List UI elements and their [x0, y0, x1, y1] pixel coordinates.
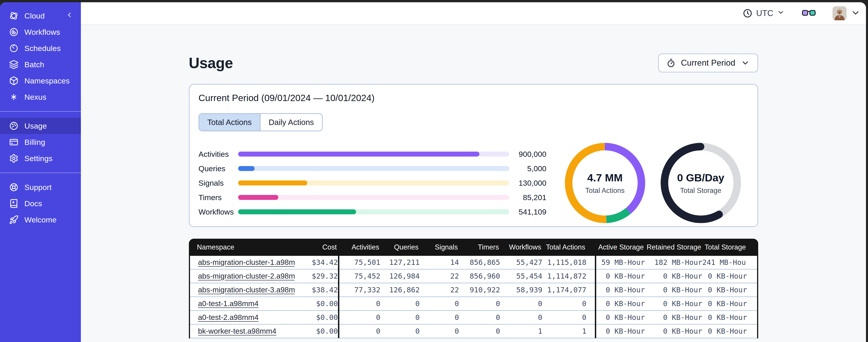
- column-header: Signals: [418, 243, 458, 251]
- namespace-cell: abs-migration-cluster-2.a98mm4: [190, 272, 294, 280]
- table-row: abs-migration-cluster-1.a98mm4$34.4275,5…: [190, 256, 757, 270]
- value-cell: 0: [339, 327, 380, 336]
- value-cell: 1: [500, 327, 542, 336]
- value-cell: 856,960: [459, 272, 500, 280]
- glasses-button[interactable]: [802, 8, 816, 18]
- bar-value: 541,109: [509, 208, 547, 216]
- namespace-link[interactable]: abs-migration-cluster-1.a98mm4: [198, 258, 294, 266]
- sidebar-item-namespaces[interactable]: Namespaces: [0, 73, 81, 89]
- tab-daily-actions[interactable]: Daily Actions: [260, 114, 322, 131]
- card-title: Current Period (09/01/2024 — 10/01/2024): [198, 93, 748, 103]
- sidebar-item-label: Support: [24, 183, 52, 192]
- sidebar: Cloud Workflows Schedules Batch: [0, 2, 81, 342]
- sidebar-item-settings[interactable]: Settings: [0, 150, 81, 167]
- column-header: Queries: [379, 243, 418, 251]
- value-cell: 0 KB-Hour: [703, 313, 747, 322]
- value-cell: 0: [420, 299, 459, 308]
- app-window: Cloud Workflows Schedules Batch: [0, 2, 866, 342]
- sidebar-item-billing[interactable]: Billing: [0, 134, 81, 150]
- value-cell: 0: [459, 327, 500, 336]
- sidebar-item-label: Schedules: [24, 44, 61, 53]
- sidebar-item-workflows[interactable]: Workflows: [0, 24, 81, 40]
- sidebar-header-cloud[interactable]: Cloud: [0, 8, 81, 24]
- bar-track: [238, 209, 509, 214]
- period-selector-button[interactable]: Current Period: [658, 54, 758, 72]
- value-cell: 59 MB-Hour: [596, 258, 645, 267]
- namespace-link[interactable]: a0-test-2.a98mm4: [198, 313, 259, 321]
- bar-value: 5,000: [509, 164, 547, 173]
- value-cell: 126,862: [380, 285, 420, 294]
- namespace-cell: abs-migration-cluster-3.a98mm4: [190, 285, 294, 294]
- current-period-card: Current Period (09/01/2024 — 10/01/2024)…: [189, 84, 758, 227]
- sidebar-item-nexus[interactable]: Nexus: [0, 89, 81, 105]
- value-cell: 0: [380, 299, 420, 308]
- sidebar-item-label: Welcome: [24, 215, 57, 224]
- namespace-link[interactable]: abs-migration-cluster-3.a98mm4: [198, 285, 294, 294]
- namespace-link[interactable]: bk-worker-test.a98mm4: [198, 327, 277, 335]
- sidebar-item-schedules[interactable]: Schedules: [0, 40, 81, 57]
- column-header: Namespace: [189, 243, 293, 251]
- value-cell: 0: [542, 313, 587, 322]
- workflows-icon: [9, 27, 19, 37]
- sidebar-item-welcome[interactable]: Welcome: [0, 212, 81, 228]
- value-cell: 1,115,018: [542, 258, 587, 267]
- sidebar-header-label: Cloud: [24, 11, 45, 20]
- bar-row-queries: Queries5,000: [198, 161, 547, 176]
- user-avatar[interactable]: [833, 6, 846, 20]
- value-cell: 0 KB-Hour: [645, 327, 703, 336]
- sidebar-divider: [0, 111, 81, 112]
- column-header: Activities: [338, 243, 379, 251]
- value-cell: 0: [459, 313, 500, 322]
- sidebar-item-docs[interactable]: Docs: [0, 195, 81, 212]
- value-cell: 0 KB-Hour: [703, 285, 747, 294]
- table-header: NamespaceCostActivitiesQueriesSignalsTim…: [189, 239, 758, 256]
- value-cell: 0: [339, 313, 380, 322]
- value-cell: 127,211: [380, 258, 420, 267]
- tab-total-actions[interactable]: Total Actions: [199, 114, 261, 131]
- value-cell: 0 KB-Hour: [596, 299, 645, 308]
- value-cell: 0 KB-Hour: [703, 272, 747, 280]
- column-header: Total Storage: [701, 243, 746, 251]
- bar-track: [238, 166, 509, 171]
- table-body: abs-migration-cluster-1.a98mm4$34.4275,5…: [189, 256, 758, 338]
- value-cell: $0.00: [294, 313, 338, 322]
- total-storage-donut: 0 GB/Day Total Storage: [660, 143, 741, 223]
- value-cell: 0: [380, 327, 420, 336]
- value-cell: 75,452: [339, 272, 380, 280]
- bar-label: Activities: [198, 150, 238, 159]
- page-title: Usage: [189, 55, 233, 71]
- value-cell: $29.32: [294, 272, 338, 280]
- sidebar-item-label: Settings: [24, 154, 53, 163]
- sidebar-item-label: Namespaces: [24, 76, 70, 85]
- clock-icon: [743, 8, 752, 18]
- namespace-link[interactable]: a0-test-1.a98mm4: [198, 299, 259, 308]
- value-cell: 0 KB-Hour: [596, 313, 645, 322]
- timezone-selector[interactable]: UTC: [743, 8, 785, 18]
- bar-track: [238, 180, 509, 185]
- bar-value: 130,000: [509, 179, 547, 187]
- sidebar-item-label: Workflows: [24, 28, 60, 37]
- table-row: abs-migration-cluster-3.a98mm4$38.4277,3…: [190, 283, 757, 297]
- total-actions-value: 4.7 MM: [587, 171, 623, 184]
- value-cell: 0 KB-Hour: [645, 272, 703, 280]
- namespaces-icon: [9, 76, 19, 86]
- sidebar-item-usage[interactable]: Usage: [0, 118, 81, 134]
- value-cell: 0 KB-Hour: [596, 272, 645, 280]
- value-cell: 0: [459, 299, 500, 308]
- sidebar-item-label: Docs: [24, 199, 42, 208]
- bar-value: 85,201: [509, 193, 547, 202]
- stopwatch-icon: [666, 59, 676, 67]
- sidebar-item-batch[interactable]: Batch: [0, 57, 81, 73]
- sidebar-collapse-button[interactable]: [65, 11, 73, 21]
- total-storage-label: Total Storage: [680, 186, 721, 195]
- user-menu-button[interactable]: [850, 8, 861, 19]
- lifebuoy-icon: [9, 182, 19, 192]
- chevron-left-icon: [65, 11, 73, 19]
- value-cell: 58,939: [500, 285, 542, 294]
- bar-fill: [238, 180, 307, 185]
- value-cell: $34.42: [294, 258, 338, 267]
- sidebar-item-support[interactable]: Support: [0, 179, 81, 195]
- table-row: a0-test-2.a98mm4$0.000000000 KB-Hour0 KB…: [190, 311, 757, 324]
- value-cell: 0: [420, 313, 459, 322]
- namespace-link[interactable]: abs-migration-cluster-2.a98mm4: [198, 272, 294, 280]
